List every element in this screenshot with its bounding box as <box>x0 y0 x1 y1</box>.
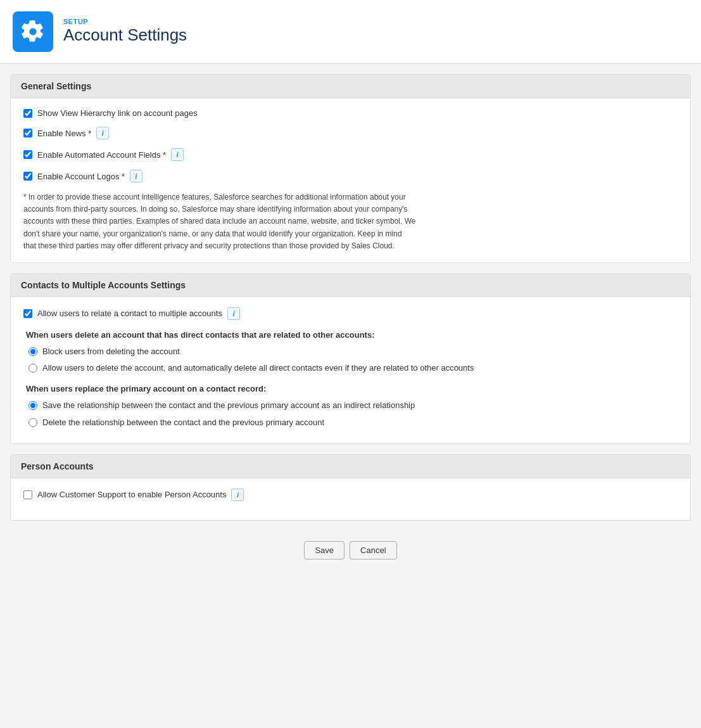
save-button[interactable]: Save <box>304 541 344 559</box>
general-settings-section: General Settings Show View Hierarchy lin… <box>10 74 691 263</box>
setup-label: SETUP <box>63 18 187 25</box>
show-view-hierarchy-checkbox[interactable] <box>23 109 32 118</box>
save-relationship-label[interactable]: Save the relationship between the contac… <box>42 400 415 411</box>
contacts-multiple-accounts-title: Contacts to Multiple Accounts Settings <box>21 280 186 290</box>
allow-multiple-accounts-row: Allow users to relate a contact to multi… <box>23 307 678 320</box>
block-delete-label[interactable]: Block users from deleting the account <box>42 346 180 357</box>
contacts-multiple-accounts-body: Allow users to relate a contact to multi… <box>11 297 690 444</box>
allow-multiple-accounts-info-icon[interactable]: i <box>227 307 240 320</box>
delete-relationship-row: Delete the relationship between the cont… <box>23 417 678 428</box>
replace-group-label: When users replace the primary account o… <box>23 384 678 393</box>
allow-delete-row: Allow users to delete the account, and a… <box>23 362 678 374</box>
enable-account-logos-label[interactable]: Enable Account Logos * <box>37 172 125 181</box>
person-accounts-section: Person Accounts Allow Customer Support t… <box>10 454 691 521</box>
allow-multiple-accounts-label[interactable]: Allow users to relate a contact to multi… <box>37 309 222 318</box>
block-delete-row: Block users from deleting the account <box>23 346 678 357</box>
enable-account-logos-info-icon[interactable]: i <box>130 170 142 182</box>
header-icon-box <box>13 11 53 52</box>
enable-automated-account-fields-label[interactable]: Enable Automated Account Fields * <box>37 150 166 160</box>
show-view-hierarchy-label[interactable]: Show View Hierarchy link on account page… <box>37 108 198 118</box>
delete-relationship-radio[interactable] <box>28 418 37 427</box>
page-wrapper: SETUP Account Settings General Settings … <box>0 0 701 728</box>
disclaimer-text: * In order to provide these account inte… <box>23 191 416 252</box>
contacts-multiple-accounts-section: Contacts to Multiple Accounts Settings A… <box>10 273 691 444</box>
cancel-button[interactable]: Cancel <box>350 541 396 559</box>
allow-person-accounts-row: Allow Customer Support to enable Person … <box>23 489 678 501</box>
content-area: General Settings Show View Hierarchy lin… <box>0 74 701 572</box>
enable-automated-account-fields-checkbox[interactable] <box>23 150 32 159</box>
person-accounts-title: Person Accounts <box>21 461 94 471</box>
general-settings-title: General Settings <box>21 81 91 91</box>
gear-icon <box>21 20 45 44</box>
page-header: SETUP Account Settings <box>0 0 701 64</box>
show-view-hierarchy-row: Show View Hierarchy link on account page… <box>23 108 678 118</box>
delete-group-label: When users delete an account that has di… <box>23 330 678 340</box>
save-relationship-row: Save the relationship between the contac… <box>23 400 678 411</box>
header-text: SETUP Account Settings <box>63 18 187 45</box>
person-accounts-body: Allow Customer Support to enable Person … <box>11 478 690 520</box>
contacts-multiple-accounts-header: Contacts to Multiple Accounts Settings <box>11 274 690 297</box>
allow-delete-radio[interactable] <box>28 364 37 373</box>
allow-person-accounts-checkbox[interactable] <box>23 490 32 499</box>
allow-delete-label[interactable]: Allow users to delete the account, and a… <box>42 362 474 374</box>
general-settings-header: General Settings <box>11 75 690 98</box>
footer-buttons: Save Cancel <box>10 531 691 572</box>
enable-news-row: Enable News * i <box>23 127 678 139</box>
allow-multiple-accounts-checkbox[interactable] <box>23 309 32 318</box>
person-accounts-header: Person Accounts <box>11 455 690 478</box>
allow-person-accounts-label[interactable]: Allow Customer Support to enable Person … <box>37 490 226 499</box>
delete-relationship-label[interactable]: Delete the relationship between the cont… <box>42 417 324 428</box>
enable-news-checkbox[interactable] <box>23 129 32 137</box>
save-relationship-radio[interactable] <box>28 401 37 410</box>
enable-automated-account-fields-row: Enable Automated Account Fields * i <box>23 148 678 161</box>
allow-person-accounts-info-icon[interactable]: i <box>231 489 244 501</box>
page-title: Account Settings <box>63 25 187 45</box>
block-delete-radio[interactable] <box>28 347 37 356</box>
enable-account-logos-row: Enable Account Logos * i <box>23 170 678 182</box>
enable-news-info-icon[interactable]: i <box>96 127 109 139</box>
enable-automated-account-fields-info-icon[interactable]: i <box>171 148 184 161</box>
enable-account-logos-checkbox[interactable] <box>23 172 32 181</box>
general-settings-body: Show View Hierarchy link on account page… <box>11 98 690 262</box>
enable-news-label[interactable]: Enable News * <box>37 129 91 138</box>
